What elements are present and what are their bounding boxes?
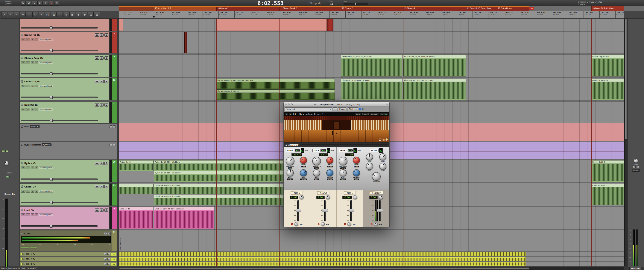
mic-3-position[interactable] xyxy=(341,132,341,136)
solo-button[interactable]: S xyxy=(104,56,108,60)
media-item[interactable]: Lead_Vx_16-03-04_15.04-(lead).wav xyxy=(154,207,214,229)
record-input-label[interactable]: in: mono | line 1 xyxy=(39,167,53,169)
volume-fader[interactable] xyxy=(21,120,98,121)
program-name-display[interactable]: 03 - Nonetheless_Drums_M xyxy=(293,113,354,115)
trim-button[interactable]: ⋯ xyxy=(26,85,30,87)
dock-chip-in[interactable]: IN xyxy=(6,150,8,152)
track-name[interactable]: Drums FX_Dx xyxy=(24,34,40,36)
transport-time-display[interactable]: 6:02.553 xyxy=(245,0,296,6)
zoom-window-button[interactable] xyxy=(291,103,292,105)
envelope-state-chip[interactable]: UNMUTE xyxy=(30,125,40,128)
envelope-state-chip[interactable]: bypassed xyxy=(42,144,52,146)
media-item[interactable] xyxy=(119,252,526,256)
track-name[interactable]: Chord_Gx xyxy=(24,185,36,188)
io-button[interactable]: io xyxy=(31,190,34,193)
preset-dropdown[interactable]: No preset ▾ xyxy=(285,107,332,111)
io-button[interactable]: io xyxy=(31,167,34,169)
volume-fader[interactable] xyxy=(21,202,98,203)
region-marker[interactable]: 23 Verse Gtr 1 & 2 xyxy=(154,6,216,11)
master-solo-button[interactable]: S xyxy=(636,166,639,168)
add-fx-icon[interactable]: ✚ xyxy=(82,12,88,18)
track-fx-slot[interactable]: Presswerk xyxy=(5,2,12,4)
media-item[interactable] xyxy=(184,32,187,53)
mic-1-position[interactable] xyxy=(332,132,333,135)
bal-knob[interactable] xyxy=(321,222,325,226)
horizontal-scrollbar[interactable] xyxy=(119,267,624,270)
track-name[interactable]: 2 Tverb xyxy=(24,232,31,235)
solo-button[interactable]: S xyxy=(108,263,110,265)
bal-knob[interactable] xyxy=(374,222,378,226)
save-button[interactable]: SAVE xyxy=(362,113,368,115)
region-marker[interactable]: 25 Chorus 2 xyxy=(403,6,466,11)
mute-led[interactable] xyxy=(344,223,346,225)
razor-tool-icon[interactable]: ✂ xyxy=(14,12,20,18)
solo-button[interactable]: S xyxy=(108,253,110,255)
channel-fader[interactable] xyxy=(379,200,381,221)
attack-knob[interactable] xyxy=(326,157,334,164)
envelope-param-button[interactable]: ▪ xyxy=(110,125,112,128)
track-name[interactable]: Delayed_Gx xyxy=(24,103,38,106)
mute-led[interactable] xyxy=(318,223,320,225)
region-marker[interactable]: 16 Chorus 2 xyxy=(341,6,403,11)
media-item[interactable]: Chorus Amp_Gx_16-03-08_18.33.wav xyxy=(341,55,402,76)
mute-button[interactable]: M xyxy=(104,253,107,255)
record-arm-button[interactable] xyxy=(24,253,25,255)
mute-button[interactable]: M xyxy=(100,185,104,188)
fx-button[interactable]: FX xyxy=(21,213,26,216)
play-button[interactable]: ▶ xyxy=(38,1,42,6)
media-item[interactable]: Chord_Gx_16-03-04_13.55.wav xyxy=(154,184,304,194)
record-arm-button[interactable] xyxy=(21,162,24,165)
stop-button[interactable]: ■ xyxy=(32,1,37,6)
envelope-hide-button[interactable]: ▪ xyxy=(113,144,116,146)
param-button[interactable]: Param xyxy=(338,107,346,111)
record-button[interactable]: ● xyxy=(49,1,54,6)
mute-button[interactable]: M xyxy=(100,56,104,60)
master-channel-mode-chip[interactable]: 2x mono xyxy=(632,169,640,172)
master-pan-knob[interactable] xyxy=(634,159,638,163)
timeline-ruler[interactable]: 137.1.005:52.940139.1.005:58.046141.1.00… xyxy=(119,11,624,19)
record-arm-button[interactable] xyxy=(21,80,24,83)
mute-button[interactable]: M xyxy=(100,33,104,37)
boom-freq-knob[interactable] xyxy=(366,153,373,161)
io-button[interactable]: io xyxy=(31,213,34,216)
volume-fader[interactable] xyxy=(21,50,98,51)
record-input-label[interactable]: in: mono | line 2 xyxy=(39,213,53,216)
mix-value-chip[interactable]: MIX 100 xyxy=(380,113,388,115)
mute-button[interactable]: M xyxy=(104,232,107,235)
release-knob[interactable] xyxy=(353,169,360,176)
bal-knob[interactable] xyxy=(294,222,298,226)
threshold-knob[interactable] xyxy=(286,157,294,165)
minimize-window-button[interactable] xyxy=(288,103,290,105)
rate-slider-thumb[interactable] xyxy=(354,3,356,5)
volume-fader-thumb[interactable] xyxy=(50,49,52,52)
fx-button[interactable]: FX xyxy=(21,108,26,111)
record-input-label[interactable]: in: mono | line 1 xyxy=(39,190,53,193)
trim-button[interactable]: ⋯ xyxy=(26,61,30,64)
volume-fader[interactable] xyxy=(21,73,98,74)
volume-fader-thumb[interactable] xyxy=(50,119,52,122)
mute-button[interactable]: M xyxy=(104,258,107,260)
volume-fader-thumb[interactable] xyxy=(50,201,52,204)
vertical-scrollbar-thumb[interactable] xyxy=(625,19,627,139)
envelope-button[interactable]: > xyxy=(35,108,38,111)
media-item[interactable]: Take 1/3: Chorus DI_Gx_16 xyxy=(216,89,335,100)
envelope-pan-icon[interactable]: ≈ xyxy=(38,12,44,18)
volume-fader-thumb[interactable] xyxy=(50,96,52,99)
trim-button[interactable]: ⋯ xyxy=(26,167,30,169)
track-name[interactable]: 075_2_Fx xyxy=(26,258,36,260)
pencil-tool-icon[interactable]: ✎ xyxy=(8,12,13,18)
solo-button[interactable]: S xyxy=(104,185,108,188)
fader-cap[interactable] xyxy=(348,209,354,212)
solo-button[interactable]: S xyxy=(108,258,110,260)
record-arm-button[interactable] xyxy=(21,57,24,59)
plugin-window-titlebar[interactable]: VST: Tverb (Eventide) - Track 22 "Drums_… xyxy=(284,102,390,107)
channel-fader[interactable] xyxy=(297,200,299,221)
mouse-pointer-icon[interactable]: ➤ xyxy=(2,12,7,18)
region-marker[interactable] xyxy=(119,6,154,11)
solo-button[interactable]: S xyxy=(104,103,108,106)
track-name[interactable]: Chorus DI_Gx xyxy=(24,80,40,83)
region-marker[interactable]: 26 Outro Heavy xyxy=(497,6,529,11)
attack-knob[interactable] xyxy=(353,157,360,164)
auto-crossfade-icon[interactable]: ⋈ xyxy=(45,12,50,18)
fader-cap[interactable] xyxy=(377,209,383,212)
